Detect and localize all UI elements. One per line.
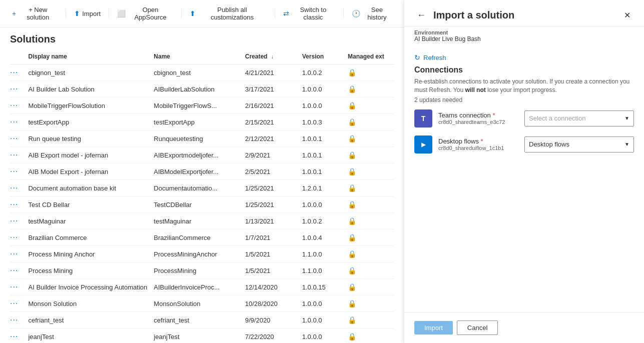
- divider-5: [343, 8, 344, 18]
- side-panel: ← Import a solution ✕ Environment AI Bui…: [404, 0, 644, 343]
- side-panel-title: Import a solution: [433, 10, 514, 21]
- row-dots[interactable]: ···: [10, 262, 28, 279]
- table-row[interactable]: ··· cefriant_test cefriant_test 9/9/2020…: [10, 312, 394, 328]
- row-name: MobileTriggerFlowS...: [154, 98, 245, 114]
- conn-dropdown-text-desktop: Desktop flows: [529, 140, 624, 148]
- table-row[interactable]: ··· Monson Solution MonsonSolution 10/28…: [10, 296, 394, 312]
- conn-info-teams: Teams connection * cr8d0_sharedteams_e3c…: [438, 112, 518, 125]
- table-row[interactable]: ··· jeanjTest jeanjTest 7/22/2020 1.0.0.…: [10, 328, 394, 344]
- table-row[interactable]: ··· Brazilian Commerce BrazilianCommerce…: [10, 230, 394, 246]
- conn-dropdown-desktop[interactable]: Desktop flows ▼: [524, 136, 634, 152]
- row-locked: 🔒: [348, 130, 394, 147]
- row-created: 2/5/2021: [245, 164, 302, 180]
- open-appsource-button[interactable]: ⬜ Open AppSource: [113, 4, 177, 23]
- row-display-name: jeanjTest: [28, 328, 154, 344]
- row-dots[interactable]: ···: [10, 114, 28, 130]
- row-name: testMaguinar: [154, 213, 245, 230]
- row-locked: 🔒: [348, 213, 394, 230]
- row-locked: 🔒: [348, 147, 394, 164]
- row-dots[interactable]: ···: [10, 164, 28, 180]
- row-display-name: AIB Export model - jofernan: [28, 147, 154, 164]
- solutions-table-container[interactable]: Display name Name Created ↓ Version Mana…: [0, 49, 404, 343]
- row-version: 1.0.0.15: [302, 279, 348, 296]
- row-dots[interactable]: ···: [10, 279, 28, 296]
- conn-info-desktop: Desktop flows * cr8d0_shareduiflow_1c1b1: [438, 138, 518, 151]
- new-solution-button[interactable]: + + New solution: [8, 4, 62, 23]
- divider-1: [66, 8, 66, 18]
- refresh-button[interactable]: Refresh: [423, 54, 446, 62]
- row-created: 1/7/2021: [245, 230, 302, 246]
- row-name: AIBuilderInvoiceProc...: [154, 279, 245, 296]
- col-name: Name: [154, 49, 245, 64]
- row-dots[interactable]: ···: [10, 328, 28, 344]
- row-dots[interactable]: ···: [10, 64, 28, 81]
- close-button[interactable]: ✕: [620, 8, 634, 22]
- main-panel: + + New solution ⬆ Import ⬜ Open AppSour…: [0, 0, 404, 343]
- row-created: 10/28/2020: [245, 296, 302, 312]
- table-row[interactable]: ··· cbignon_test cbignon_test 4/21/2021 …: [10, 64, 394, 81]
- col-created[interactable]: Created ↓: [245, 49, 302, 64]
- see-history-button[interactable]: 🕐 See history: [348, 4, 396, 23]
- row-created: 2/9/2021: [245, 147, 302, 164]
- import-button[interactable]: ⬆ Import: [70, 8, 105, 20]
- cancel-button[interactable]: Cancel: [457, 320, 498, 335]
- row-locked: 🔒: [348, 230, 394, 246]
- row-locked: 🔒: [348, 312, 394, 328]
- row-version: 1.0.0.0: [302, 312, 348, 328]
- publish-all-button[interactable]: ⬆ Publish all customizations: [186, 4, 271, 23]
- row-created: 1/25/2021: [245, 196, 302, 213]
- table-row[interactable]: ··· Process Mining ProcessMining 1/5/202…: [10, 262, 394, 279]
- table-row[interactable]: ··· Process Mining Anchor ProcessMiningA…: [10, 246, 394, 262]
- row-name: testExportApp: [154, 114, 245, 130]
- connections-desc: Re-establish connections to activate you…: [414, 78, 634, 94]
- row-display-name: Document automation base kit: [28, 180, 154, 196]
- row-dots[interactable]: ···: [10, 81, 28, 98]
- divider-2: [109, 8, 109, 18]
- row-dots[interactable]: ···: [10, 213, 28, 230]
- side-panel-header: ← Import a solution ✕: [404, 0, 644, 26]
- row-created: 1/5/2021: [245, 262, 302, 279]
- conn-dropdown-teams[interactable]: Select a connection ▼: [524, 110, 634, 126]
- row-version: 1.2.0.1: [302, 180, 348, 196]
- table-row[interactable]: ··· testMaguinar testMaguinar 1/13/2021 …: [10, 213, 394, 230]
- connection-item-desktop: ▶ Desktop flows * cr8d0_shareduiflow_1c1…: [414, 136, 634, 154]
- col-display-name[interactable]: Display name: [28, 49, 154, 64]
- table-row[interactable]: ··· Document automation base kit Documen…: [10, 180, 394, 196]
- table-row[interactable]: ··· MobileTriggerFlowSolution MobileTrig…: [10, 98, 394, 114]
- new-solution-label: + New solution: [18, 6, 58, 21]
- row-display-name: Run queue testing: [28, 130, 154, 147]
- table-row[interactable]: ··· AI Builder Invoice Processing Automa…: [10, 279, 394, 296]
- row-dots[interactable]: ···: [10, 296, 28, 312]
- row-dots[interactable]: ···: [10, 180, 28, 196]
- row-dots[interactable]: ···: [10, 230, 28, 246]
- row-version: 1.0.0.0: [302, 296, 348, 312]
- row-created: 12/14/2020: [245, 279, 302, 296]
- env-label: Environment: [414, 30, 634, 36]
- row-dots[interactable]: ···: [10, 312, 28, 328]
- table-row[interactable]: ··· AIB Export model - jofernan AIBExpor…: [10, 147, 394, 164]
- table-row[interactable]: ··· AIB Model Export - jofernan AIBModel…: [10, 164, 394, 180]
- back-button[interactable]: ←: [414, 8, 428, 22]
- table-row[interactable]: ··· Run queue testing Runqueuetesting 2/…: [10, 130, 394, 147]
- row-locked: 🔒: [348, 262, 394, 279]
- conn-desc-bold: will not: [465, 86, 485, 94]
- import-button[interactable]: Import: [414, 321, 453, 334]
- chevron-down-icon: ▼: [624, 142, 629, 147]
- chevron-down-icon: ▼: [624, 116, 629, 121]
- connections-section: Connections Re-establish connections to …: [414, 66, 634, 154]
- row-locked: 🔒: [348, 196, 394, 213]
- row-dots[interactable]: ···: [10, 98, 28, 114]
- row-locked: 🔒: [348, 164, 394, 180]
- table-row[interactable]: ··· Test CD Bellar TestCDBellar 1/25/202…: [10, 196, 394, 213]
- row-dots[interactable]: ···: [10, 130, 28, 147]
- table-row[interactable]: ··· AI Builder Lab Solution AIBuilderLab…: [10, 81, 394, 98]
- col-version: Version: [302, 49, 348, 64]
- switch-classic-button[interactable]: ⇄ Switch to classic: [279, 4, 339, 23]
- row-dots[interactable]: ···: [10, 196, 28, 213]
- refresh-icon: ↻: [414, 54, 420, 62]
- table-row[interactable]: ··· testExportApp testExportApp 2/15/202…: [10, 114, 394, 130]
- row-dots[interactable]: ···: [10, 246, 28, 262]
- row-name: AIBModelExportjofer...: [154, 164, 245, 180]
- row-dots[interactable]: ···: [10, 147, 28, 164]
- row-created: 1/5/2021: [245, 246, 302, 262]
